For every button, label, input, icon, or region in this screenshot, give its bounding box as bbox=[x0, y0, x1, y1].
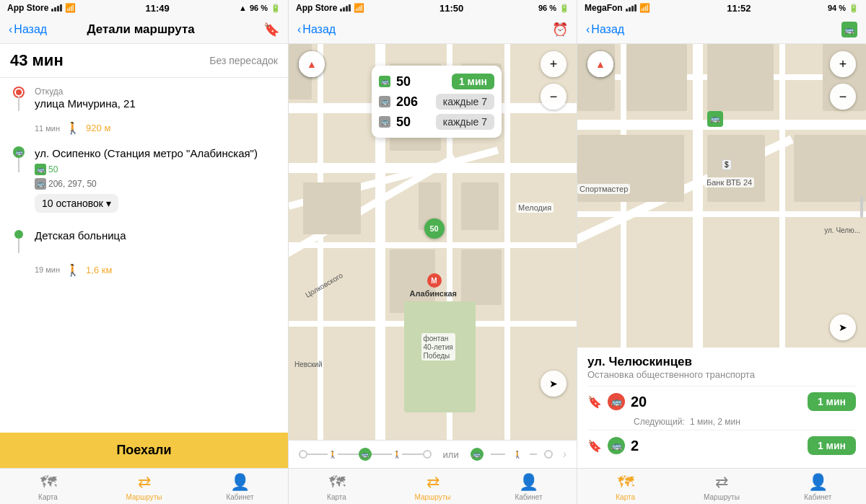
battery-text: 96 % bbox=[250, 4, 268, 12]
status-bar-p3: MegaFon 📶 11:52 94 % 🔋 bbox=[577, 0, 866, 16]
tab-map-p3[interactable]: 🗺 Карта bbox=[577, 469, 673, 504]
rv-bus-icon: 🚌 bbox=[359, 448, 372, 461]
walk-segment-2: 19 мин 🚶 1,6 км bbox=[10, 260, 278, 280]
block-p3-3 bbox=[707, 44, 774, 111]
arrival-num-2: 2 bbox=[631, 438, 802, 454]
stop-subtitle: Остановка общественного транспорта bbox=[587, 369, 856, 380]
status-right-p1: ▲ 96 % 🔋 bbox=[239, 4, 281, 13]
map-area-p2[interactable]: 🚌 50 1 мин 🚌 206 каждые 7 🚌 50 каждые 7 … bbox=[289, 44, 577, 440]
status-bar-p1: App Store 📶 11:49 ▲ 96 % 🔋 bbox=[0, 0, 288, 16]
map-bg-p3: 🚌 $ Банк ВТБ 24 Спортмастер ул. Челю... … bbox=[577, 44, 866, 348]
app-store-label: App Store bbox=[7, 3, 48, 13]
tab-cabinet-p2[interactable]: 👤 Кабинет bbox=[481, 469, 577, 504]
routes-icon-p1: ⇄ bbox=[138, 473, 151, 492]
navigate-icon-p3: ➤ bbox=[839, 322, 847, 333]
poi-fountain-text: фонтан 40-летия Победы bbox=[424, 335, 453, 360]
route-marker-green: 50 bbox=[424, 218, 445, 239]
rv-walk-icon-1: 🚶 bbox=[328, 449, 338, 459]
marker-num: 50 bbox=[429, 224, 438, 233]
location-icon: ▲ bbox=[239, 4, 247, 12]
signal-p3 bbox=[626, 4, 637, 12]
status-left-p3: MegaFon 📶 bbox=[585, 3, 650, 13]
compass-button-p2[interactable]: ▲ bbox=[299, 51, 325, 77]
tab-cabinet-p3[interactable]: 👤 Кабинет bbox=[770, 469, 866, 504]
tab-map-p1[interactable]: 🗺 Карта bbox=[0, 469, 96, 504]
bubble-row-2: 🚌 206 каждые 7 bbox=[379, 92, 494, 112]
block-p3-2 bbox=[626, 44, 687, 111]
compass-circle-p3: ▲ bbox=[587, 51, 613, 77]
bookmark-icon-arrival-1[interactable]: 🔖 bbox=[587, 395, 602, 409]
zoom-in-button-p3[interactable]: + bbox=[830, 51, 856, 77]
bubble-time-1: 1 мин bbox=[452, 74, 494, 89]
back-button-p3[interactable]: ‹ Назад bbox=[586, 23, 624, 36]
bus-num-50-green: 50 bbox=[48, 164, 58, 174]
location-button-p3[interactable]: ➤ bbox=[830, 314, 856, 340]
rv-line-3 bbox=[372, 454, 392, 455]
poi-fountain: фонтан 40-летия Победы bbox=[421, 333, 455, 361]
bookmark-icon-arrival-2[interactable]: 🔖 bbox=[587, 439, 602, 453]
route-bar-p2: 🚶 🚌 🚶 или 🚌 🚶 › bbox=[289, 440, 577, 468]
road-h-2 bbox=[289, 242, 577, 248]
battery-p3: 94 % bbox=[828, 4, 846, 12]
bubble-time-3: каждые 7 bbox=[436, 114, 494, 130]
walk-time-1: 11 мин bbox=[35, 124, 60, 133]
status-bar-p2: App Store 📶 11:50 96 % 🔋 bbox=[289, 0, 577, 16]
status-time-p2: 11:50 bbox=[439, 3, 463, 14]
route-detail-scroll[interactable]: Откуда улица Мичурина, 21 11 мин 🚶 920 м… bbox=[0, 78, 288, 433]
tab-routes-label-p3: Маршруты bbox=[704, 493, 740, 501]
badge-bus-50-green: 🚌 50 bbox=[35, 164, 58, 175]
arrival-bubble: 🚌 50 1 мин 🚌 206 каждые 7 🚌 50 каждые 7 bbox=[372, 66, 502, 138]
block-p3-6 bbox=[707, 135, 765, 202]
walk-dist-2: 1,6 км bbox=[86, 265, 112, 275]
rv-walk-icon-2: 🚶 bbox=[392, 449, 402, 459]
bookmark-icon-p1[interactable]: 🔖 bbox=[263, 22, 279, 37]
status-time-p1: 11:49 bbox=[146, 3, 170, 14]
zoom-in-button-p2[interactable]: + bbox=[541, 51, 567, 77]
tab-cabinet-p1[interactable]: 👤 Кабинет bbox=[192, 469, 288, 504]
arrival-time-1: 1 мин bbox=[808, 392, 856, 411]
connector-1 bbox=[18, 97, 19, 111]
tab-routes-label-p2: Маршруты bbox=[415, 493, 451, 501]
map-area-p3[interactable]: 🚌 $ Банк ВТБ 24 Спортмастер ул. Челю... … bbox=[577, 44, 866, 348]
zoom-out-button-p3[interactable]: − bbox=[830, 84, 856, 110]
compass-icon-p2: ▲ bbox=[307, 58, 317, 70]
bus-icon-red-1: 🚌 bbox=[608, 393, 625, 410]
zoom-out-button-p2[interactable]: − bbox=[541, 84, 567, 110]
app-store-label-p2: App Store bbox=[296, 3, 337, 13]
tab-cabinet-label-p2: Кабинет bbox=[515, 493, 542, 501]
tab-routes-label-p1: Маршруты bbox=[126, 493, 162, 501]
tab-map-label-p2: Карта bbox=[327, 493, 346, 501]
stop-info-panel: ул. Челюскинцев Остановка общественного … bbox=[577, 348, 866, 468]
status-left-p2: App Store 📶 bbox=[296, 3, 364, 13]
status-time-p3: 11:52 bbox=[727, 3, 751, 14]
stop-row-from: Откуда улица Мичурина, 21 bbox=[10, 78, 278, 118]
stop-row-2: Детская больница bbox=[10, 220, 278, 260]
route-visual-p2: 🚶 🚌 🚶 bbox=[299, 448, 432, 461]
from-label: Откуда bbox=[35, 87, 136, 97]
map-background-p2: 🚌 50 1 мин 🚌 206 каждые 7 🚌 50 каждые 7 … bbox=[289, 44, 577, 440]
bottom-tab-p3: 🗺 Карта ⇄ Маршруты 👤 Кабинет bbox=[577, 468, 866, 504]
panel-map-routes: App Store 📶 11:50 96 % 🔋 ‹ Назад ⏰ bbox=[289, 0, 577, 504]
walk-person-icon-1: 🚶 bbox=[66, 121, 80, 135]
rv-dot-end bbox=[423, 450, 432, 459]
battery-icon: 🔋 bbox=[271, 4, 281, 13]
stop1-name: ул. Осипенко (Станция метро "Алабинская"… bbox=[35, 146, 278, 161]
stops-count: 10 остановок bbox=[42, 198, 103, 209]
stops-dropdown[interactable]: 10 остановок ▾ bbox=[35, 194, 118, 213]
location-button-p2[interactable]: ➤ bbox=[541, 371, 567, 397]
tab-routes-p3[interactable]: ⇄ Маршруты bbox=[673, 469, 769, 504]
bubble-num-2: 206 bbox=[396, 94, 425, 110]
street-label-nevsky: Невский bbox=[294, 361, 323, 368]
go-button[interactable]: Поехали bbox=[0, 433, 288, 468]
road-v-p3-1 bbox=[693, 44, 703, 348]
compass-button-p3[interactable]: ▲ bbox=[587, 51, 613, 77]
back-button-p2[interactable]: ‹ Назад bbox=[297, 23, 336, 36]
cabinet-icon-p2: 👤 bbox=[519, 473, 538, 492]
tab-map-p2[interactable]: 🗺 Карта bbox=[289, 469, 385, 504]
tab-routes-p2[interactable]: ⇄ Маршруты bbox=[385, 469, 481, 504]
wifi-icon-p2: 📶 bbox=[354, 3, 364, 13]
rv-dot-end-2 bbox=[544, 450, 553, 459]
alarm-icon-p2[interactable]: ⏰ bbox=[552, 22, 568, 37]
tab-routes-p1[interactable]: ⇄ Маршруты bbox=[96, 469, 192, 504]
compass-icon-p3: ▲ bbox=[595, 58, 605, 70]
